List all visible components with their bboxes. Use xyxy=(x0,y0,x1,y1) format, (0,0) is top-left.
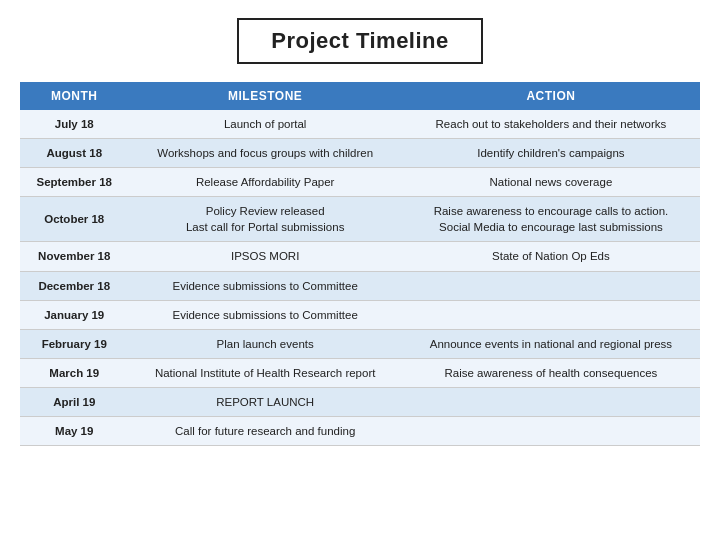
cell-action xyxy=(402,271,700,300)
cell-milestone: Evidence submissions to Committee xyxy=(128,300,401,329)
cell-month: May 19 xyxy=(20,417,128,446)
timeline-table: MONTH MILESTONE ACTION July 18Launch of … xyxy=(20,82,700,446)
cell-milestone: Release Affordability Paper xyxy=(128,168,401,197)
cell-milestone: Call for future research and funding xyxy=(128,417,401,446)
table-row: July 18Launch of portalReach out to stak… xyxy=(20,110,700,139)
cell-milestone: REPORT LAUNCH xyxy=(128,387,401,416)
cell-month: February 19 xyxy=(20,329,128,358)
cell-milestone: Workshops and focus groups with children xyxy=(128,139,401,168)
table-row: November 18IPSOS MORIState of Nation Op … xyxy=(20,242,700,271)
cell-month: January 19 xyxy=(20,300,128,329)
cell-milestone: Evidence submissions to Committee xyxy=(128,271,401,300)
header-month: MONTH xyxy=(20,82,128,110)
table-row: March 19National Institute of Health Res… xyxy=(20,358,700,387)
cell-action: Identify children's campaigns xyxy=(402,139,700,168)
cell-milestone: Policy Review releasedLast call for Port… xyxy=(128,197,401,242)
cell-month: September 18 xyxy=(20,168,128,197)
cell-action: Reach out to stakeholders and their netw… xyxy=(402,110,700,139)
cell-milestone: Launch of portal xyxy=(128,110,401,139)
cell-month: July 18 xyxy=(20,110,128,139)
table-row: December 18Evidence submissions to Commi… xyxy=(20,271,700,300)
table-row: January 19Evidence submissions to Commit… xyxy=(20,300,700,329)
cell-month: October 18 xyxy=(20,197,128,242)
table-row: April 19REPORT LAUNCH xyxy=(20,387,700,416)
table-row: August 18Workshops and focus groups with… xyxy=(20,139,700,168)
table-row: October 18Policy Review releasedLast cal… xyxy=(20,197,700,242)
table-header-row: MONTH MILESTONE ACTION xyxy=(20,82,700,110)
cell-month: November 18 xyxy=(20,242,128,271)
cell-action xyxy=(402,417,700,446)
cell-month: March 19 xyxy=(20,358,128,387)
cell-action: Announce events in national and regional… xyxy=(402,329,700,358)
table-row: February 19Plan launch eventsAnnounce ev… xyxy=(20,329,700,358)
cell-milestone: Plan launch events xyxy=(128,329,401,358)
cell-month: August 18 xyxy=(20,139,128,168)
cell-month: April 19 xyxy=(20,387,128,416)
page-title: Project Timeline xyxy=(271,28,449,54)
cell-action: National news coverage xyxy=(402,168,700,197)
cell-action: State of Nation Op Eds xyxy=(402,242,700,271)
header-action: ACTION xyxy=(402,82,700,110)
table-row: September 18Release Affordability PaperN… xyxy=(20,168,700,197)
cell-milestone: National Institute of Health Research re… xyxy=(128,358,401,387)
cell-action: Raise awareness to encourage calls to ac… xyxy=(402,197,700,242)
header-milestone: MILESTONE xyxy=(128,82,401,110)
cell-milestone: IPSOS MORI xyxy=(128,242,401,271)
cell-action xyxy=(402,300,700,329)
title-box: Project Timeline xyxy=(237,18,483,64)
cell-month: December 18 xyxy=(20,271,128,300)
table-row: May 19Call for future research and fundi… xyxy=(20,417,700,446)
cell-action xyxy=(402,387,700,416)
cell-action: Raise awareness of health consequences xyxy=(402,358,700,387)
